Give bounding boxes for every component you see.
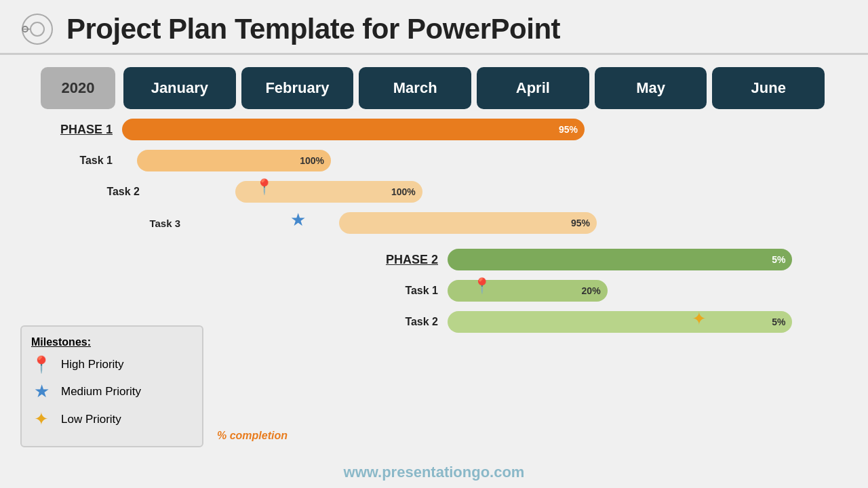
phase1-track: 95% Jan 2 – Apr 10 [122, 115, 868, 144]
phase2-task1-track: 📍 20% Apr 10 – May 2 [448, 276, 868, 306]
logo-icon [20, 12, 54, 46]
phase1-bar: 95% [122, 119, 585, 140]
month-may: May [595, 67, 707, 109]
phase2-task1-bar: 20% [448, 280, 608, 302]
phase1-task3-label: Task 3 [149, 218, 190, 229]
phase2-row: PHASE 2 5% Apr 10 – Jun 10 [366, 245, 868, 274]
low-priority-icon: ✦ [31, 409, 52, 430]
phase2-task1-label: Task 1 [366, 285, 448, 297]
phase2-label: PHASE 2 [366, 253, 448, 267]
medium-priority-milestone-1: ★ [290, 209, 306, 230]
legend-low-label: Low Priority [61, 413, 121, 426]
legend-title: Milestones: [31, 336, 189, 348]
phase1-task3-track: ★ 95% Feb 15 – Apr 10 [190, 208, 868, 238]
month-march: March [359, 67, 471, 109]
phase1-row: PHASE 1 95% Jan 2 – Apr 10 [41, 115, 868, 144]
year-label: 2020 [41, 67, 115, 109]
month-header-row: 2020 January February March April May Ju… [0, 55, 868, 109]
svg-point-1 [31, 22, 44, 36]
legend-box: Milestones: 📍 High Priority ★ Medium Pri… [20, 325, 203, 447]
medium-priority-icon: ★ [31, 381, 52, 402]
low-priority-milestone-1: ✦ [692, 308, 707, 329]
phase1-task2-track: 📍 100% Jan 18 – Feb 25 [149, 177, 868, 207]
phase1-task3-bar: 95% [339, 212, 597, 234]
phase2-task2-label: Task 2 [366, 316, 448, 328]
phase1-task1-row: Task 1 100% Jan 2 – Feb 2 [41, 146, 868, 176]
phase2-task1-row: Task 1 📍 20% Apr 10 – May 2 [366, 276, 868, 306]
phase1-task1-label: Task 1 [41, 155, 122, 167]
month-june: June [712, 67, 825, 109]
phase2-track: 5% Apr 10 – Jun 10 [448, 245, 868, 274]
phase1-label: PHASE 1 [41, 123, 122, 137]
phase2-task2-row: Task 2 ✦ 5% Jul 20 – Jun 10 [366, 307, 868, 337]
phase2-bar: 5% [448, 249, 792, 270]
footer: www.presentationgo.com [0, 464, 868, 481]
phase2-task2-track: ✦ 5% Jul 20 – Jun 10 [448, 307, 868, 337]
legend-high-label: High Priority [61, 358, 124, 371]
header: Project Plan Template for PowerPoint [0, 0, 868, 53]
high-priority-milestone-2: 📍 [473, 277, 491, 295]
high-priority-icon: 📍 [31, 355, 52, 374]
phase1-task2-row: Task 2 📍 100% Jan 18 – Feb 25 [41, 177, 868, 207]
phase1-task1-track: 100% Jan 2 – Feb 2 [122, 146, 868, 176]
pct-completion-note: % completion [217, 430, 288, 442]
legend-medium-label: Medium Priority [61, 385, 141, 399]
legend-item-high: 📍 High Priority [31, 355, 189, 374]
month-january: January [123, 67, 236, 109]
phase1-task2-label: Task 2 [95, 186, 149, 198]
footer-url: www.presentationgo.com [344, 464, 525, 481]
month-april: April [477, 67, 589, 109]
phase1-task3-row: Task 3 ★ 95% Feb 15 – Apr 10 [41, 208, 868, 238]
legend-item-medium: ★ Medium Priority [31, 381, 189, 402]
phase1-task1-bar: 100% [137, 150, 331, 171]
page-title: Project Plan Template for PowerPoint [66, 13, 560, 45]
high-priority-milestone-1: 📍 [255, 178, 273, 196]
month-february: February [241, 67, 354, 109]
phase2-task2-bar: 5% [448, 311, 792, 333]
legend-item-low: ✦ Low Priority [31, 409, 189, 430]
